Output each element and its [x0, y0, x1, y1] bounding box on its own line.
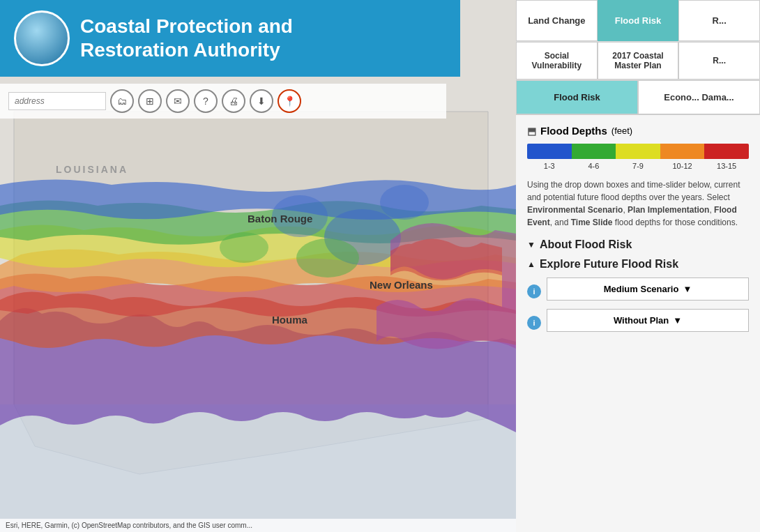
tab-row-3: Flood Risk Econo... Dama...	[516, 80, 760, 115]
without-plan-info-icon[interactable]: i	[527, 316, 541, 330]
legend-label-4-6: 4-6	[572, 162, 616, 170]
explore-flood-risk-header[interactable]: ▲ Explore Future Flood Risk	[527, 258, 749, 271]
city-label-houma: Houma	[272, 314, 307, 326]
about-flood-risk-label: About Flood Risk	[540, 238, 632, 251]
explore-flood-risk-label: Explore Future Flood Risk	[540, 258, 678, 271]
without-plan-row: i Without Plan ▼	[527, 309, 749, 336]
print-button[interactable]: 🖨	[222, 89, 245, 113]
svg-point-5	[220, 232, 268, 263]
medium-scenario-info-icon[interactable]: i	[527, 284, 541, 298]
email-button[interactable]: ✉	[166, 89, 190, 113]
grid-button[interactable]: ⊞	[138, 89, 162, 113]
right-panel: Land Change Flood Risk R... Social Vulne…	[516, 0, 760, 532]
state-label: LOUISIANA	[56, 164, 128, 175]
flood-map-svg	[0, 0, 516, 532]
description-text: Using the drop down boxes and time-slide…	[527, 178, 749, 229]
pin-button[interactable]: 📍	[278, 89, 301, 113]
address-input[interactable]	[8, 92, 106, 110]
help-button[interactable]: ?	[194, 89, 218, 113]
legend-label-7-9: 7-9	[616, 162, 660, 170]
tab-flood-risk-sub[interactable]: Flood Risk	[516, 80, 638, 114]
legend-1-3	[527, 144, 572, 159]
about-arrow-icon: ▼	[527, 240, 535, 250]
header-title: Coastal Protection and Restoration Autho…	[80, 15, 293, 61]
tab-land-change[interactable]: Land Change	[516, 0, 598, 41]
medium-scenario-row: i Medium Scenario ▼	[527, 278, 749, 305]
legend-title: ⬒ Flood Depths (feet)	[527, 125, 749, 137]
legend-label-1-3: 1-3	[527, 162, 572, 170]
tab-social-vulnerability[interactable]: Social Vulnerability	[516, 42, 598, 79]
logo-icon	[14, 10, 70, 66]
tab-flood-risk[interactable]: Flood Risk	[598, 0, 679, 41]
legend-13-15	[704, 144, 749, 159]
download-button[interactable]: ⬇	[250, 89, 273, 113]
legend-label-13-15: 13-15	[704, 162, 749, 170]
legend-labels: 1-3 4-6 7-9 10-12 13-15	[527, 162, 749, 170]
city-label-baton-rouge: Baton Rouge	[248, 213, 312, 225]
without-plan-dropdown[interactable]: Without Plan ▼	[547, 309, 749, 332]
header-banner: Coastal Protection and Restoration Autho…	[0, 0, 460, 77]
legend-label-10-12: 10-12	[660, 162, 705, 170]
legend-10-12	[660, 144, 705, 159]
svg-point-3	[380, 185, 429, 220]
tab-row-2: Social Vulnerability 2017 Coastal Master…	[516, 42, 760, 80]
legend-bar	[527, 144, 749, 159]
export-icon[interactable]: ⬒	[527, 126, 536, 137]
tab-coastal-master-plan[interactable]: 2017 Coastal Master Plan	[598, 42, 679, 79]
tab-economic-damage[interactable]: Econo... Dama...	[638, 80, 760, 114]
medium-scenario-dropdown[interactable]: Medium Scenario ▼	[547, 278, 749, 301]
map-container[interactable]: Baton Rouge New Orleans Houma LOUISIANA …	[0, 0, 516, 532]
legend-7-9	[616, 144, 660, 159]
layers-button[interactable]: 🗂	[110, 89, 134, 113]
about-flood-risk-header[interactable]: ▼ About Flood Risk	[527, 238, 749, 251]
legend-4-6	[572, 144, 616, 159]
tab-row-1: Land Change Flood Risk R...	[516, 0, 760, 42]
svg-point-4	[296, 238, 359, 278]
map-attribution: Esri, HERE, Garmin, (c) OpenStreetMap co…	[0, 519, 516, 532]
city-label-new-orleans: New Orleans	[370, 279, 433, 291]
toolbar: 🗂 ⊞ ✉ ? 🖨 ⬇ 📍	[0, 84, 446, 119]
explore-arrow-icon: ▲	[527, 259, 535, 269]
tab-r1-third[interactable]: R...	[678, 0, 760, 41]
tab-r2-third[interactable]: R...	[678, 42, 760, 79]
panel-content: ⬒ Flood Depths (feet) 1-3 4-6 7-9 10-12 …	[516, 115, 760, 532]
